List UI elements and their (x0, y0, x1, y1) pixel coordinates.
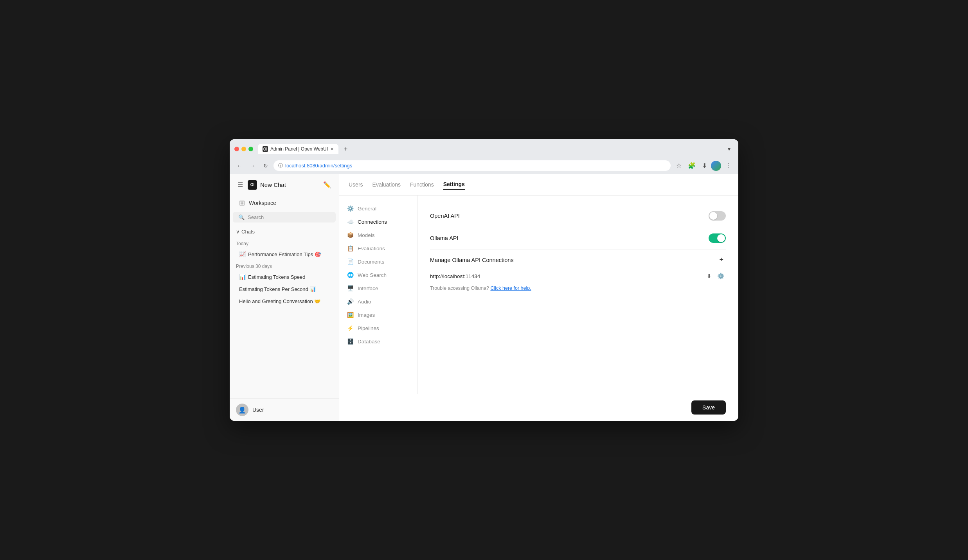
settings-sidebar: ⚙️ General ☁️ Connections 📦 Models 📋 Eva… (339, 196, 417, 394)
workspace-icon: ⊞ (239, 199, 245, 207)
more-options-button[interactable]: ⋮ (723, 160, 734, 171)
url-actions: ⬇ ⚙️ (705, 271, 726, 281)
ollama-api-row: Ollama API (430, 227, 726, 249)
browser-window: OI Admin Panel | Open WebUI ✕ + ▾ ← → ↻ … (230, 139, 738, 421)
settings-nav-web-search[interactable]: 🌐 Web Search (339, 268, 417, 282)
tab-favicon: OI (263, 146, 268, 152)
openai-api-label: OpenAI API (430, 213, 460, 219)
settings-nav-connections[interactable]: ☁️ Connections (339, 215, 417, 228)
new-chat-button[interactable]: ✏️ (322, 179, 333, 190)
list-item[interactable]: 📈 Performance Estimation Tips 🎯 (233, 248, 336, 260)
previous-section-label: Previous 30 days (230, 260, 339, 271)
sidebar: ☰ OI New Chat ✏️ ⊞ Workspace 🔍 Search ∨ … (230, 174, 339, 421)
settings-nav-documents[interactable]: 📄 Documents (339, 255, 417, 268)
download-button[interactable]: ⬇ (700, 160, 709, 171)
settings-layout: ⚙️ General ☁️ Connections 📦 Models 📋 Eva… (339, 196, 738, 394)
trouble-text: Trouble accessing Ollama? Click here for… (430, 284, 726, 296)
reload-button[interactable]: ↻ (261, 161, 270, 171)
tab-functions[interactable]: Functions (410, 180, 434, 189)
sidebar-menu-button[interactable]: ☰ (236, 179, 245, 190)
ollama-api-label: Ollama API (430, 235, 459, 241)
workspace-label: Workspace (249, 200, 276, 206)
workspace-item[interactable]: ⊞ Workspace (233, 196, 336, 210)
admin-nav: Users Evaluations Functions Settings (339, 174, 738, 196)
browser-chrome: OI Admin Panel | Open WebUI ✕ + ▾ ← → ↻ … (230, 139, 738, 174)
new-tab-button[interactable]: + (340, 143, 351, 155)
settings-nav-pipelines[interactable]: ⚡ Pipelines (339, 321, 417, 335)
trouble-help-link[interactable]: Click here for help. (490, 285, 531, 291)
chat-emoji: 📈 (239, 251, 246, 257)
settings-nav-label: Models (358, 232, 375, 238)
bookmark-button[interactable]: ☆ (674, 160, 684, 171)
trouble-static-text: Trouble accessing Ollama? (430, 285, 489, 291)
close-window-button[interactable] (234, 147, 239, 151)
save-button[interactable]: Save (691, 400, 726, 415)
chat-emoji: 📊 (239, 274, 246, 280)
settings-nav-label: Pipelines (358, 325, 379, 331)
settings-nav-images[interactable]: 🖼️ Images (339, 308, 417, 321)
chats-chevron-icon: ∨ (236, 229, 240, 235)
today-section-label: Today (230, 238, 339, 248)
forward-button[interactable]: → (248, 161, 258, 171)
manage-ollama-row: Manage Ollama API Connections + (430, 249, 726, 268)
search-bar[interactable]: 🔍 Search (233, 212, 336, 223)
add-ollama-connection-button[interactable]: + (717, 255, 726, 265)
settings-nav-label: Interface (358, 285, 378, 291)
tab-settings[interactable]: Settings (443, 179, 465, 190)
settings-nav-label: Web Search (358, 272, 387, 278)
toolbar-actions: ☆ 🧩 ⬇ ⋮ (674, 160, 734, 171)
chats-label: Chats (241, 229, 255, 235)
list-item[interactable]: Estimating Tokens Per Second 📊 (233, 284, 336, 295)
search-icon: 🔍 (238, 214, 245, 220)
gear-icon: ⚙️ (347, 205, 354, 212)
evaluations-icon: 📋 (347, 245, 354, 251)
app-container: ☰ OI New Chat ✏️ ⊞ Workspace 🔍 Search ∨ … (230, 174, 738, 421)
chat-title: Estimating Tokens Speed (248, 274, 305, 280)
new-chat-label: New Chat (260, 181, 318, 188)
interface-icon: 🖥️ (347, 285, 354, 291)
minimize-window-button[interactable] (241, 147, 246, 151)
images-icon: 🖼️ (347, 312, 354, 318)
extension-button[interactable]: 🧩 (686, 160, 698, 171)
chat-title: Estimating Tokens Per Second 📊 (239, 286, 316, 292)
security-icon: ⓘ (278, 162, 283, 169)
settings-nav-general[interactable]: ⚙️ General (339, 202, 417, 215)
ollama-api-toggle[interactable] (709, 233, 726, 243)
tab-users[interactable]: Users (349, 180, 363, 189)
tab-title: Admin Panel | Open WebUI (270, 146, 328, 152)
documents-icon: 📄 (347, 258, 354, 265)
pipelines-icon: ⚡ (347, 325, 354, 331)
browser-tab[interactable]: OI Admin Panel | Open WebUI ✕ (258, 144, 338, 154)
settings-nav-label: General (358, 206, 376, 212)
tab-close-button[interactable]: ✕ (330, 147, 334, 152)
profile-button[interactable] (711, 161, 721, 171)
database-icon: 🗄️ (347, 338, 354, 345)
settings-nav-database[interactable]: 🗄️ Database (339, 335, 417, 348)
models-icon: 📦 (347, 232, 354, 238)
tab-menu-button[interactable]: ▾ (725, 144, 734, 154)
settings-nav-models[interactable]: 📦 Models (339, 228, 417, 242)
avatar: 👤 (236, 404, 248, 416)
openai-api-row: OpenAI API (430, 205, 726, 227)
ollama-url-text: http://localhost:11434 (430, 273, 480, 279)
settings-nav-audio[interactable]: 🔊 Audio (339, 295, 417, 308)
chats-header[interactable]: ∨ Chats (236, 227, 333, 236)
save-footer: Save (339, 394, 738, 421)
main-content: Users Evaluations Functions Settings ⚙️ … (339, 174, 738, 421)
list-item[interactable]: Hello and Greeting Conversation 🤝 (233, 296, 336, 307)
settings-nav-interface[interactable]: 🖥️ Interface (339, 282, 417, 295)
browser-toolbar: ← → ↻ ⓘ localhost:8080/admin/settings ☆ … (234, 158, 734, 174)
chat-title: Hello and Greeting Conversation 🤝 (239, 298, 320, 304)
list-item[interactable]: 📊 Estimating Tokens Speed (233, 271, 336, 283)
web-search-icon: 🌐 (347, 272, 354, 278)
tab-evaluations[interactable]: Evaluations (372, 180, 401, 189)
address-bar[interactable]: ⓘ localhost:8080/admin/settings (273, 160, 671, 171)
settings-nav-evaluations[interactable]: 📋 Evaluations (339, 242, 417, 255)
settings-nav-label: Images (358, 312, 375, 318)
settings-nav-label: Audio (358, 299, 371, 305)
configure-ollama-button[interactable]: ⚙️ (716, 271, 726, 281)
back-button[interactable]: ← (234, 161, 245, 171)
openai-api-toggle[interactable] (709, 211, 726, 221)
maximize-window-button[interactable] (248, 147, 253, 151)
download-ollama-button[interactable]: ⬇ (705, 271, 713, 281)
